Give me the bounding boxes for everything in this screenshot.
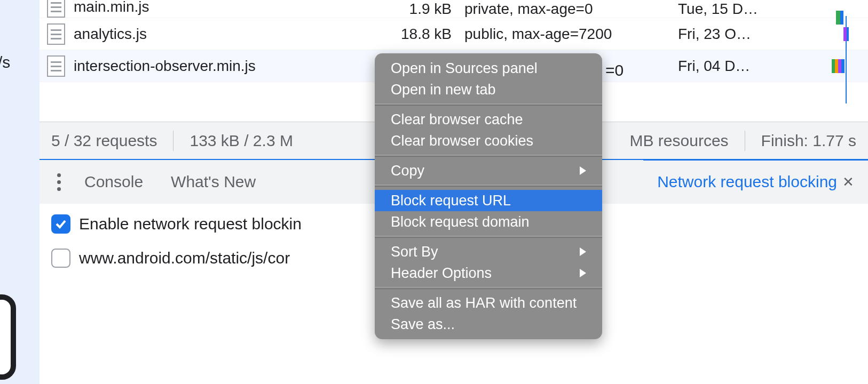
request-size: 18.8 kB [365, 26, 461, 43]
close-icon[interactable]: ✕ [842, 174, 854, 190]
summary-finish: Finish: 1.77 s [761, 132, 856, 150]
waterfall-bar [836, 11, 843, 25]
left-gutter: /s [0, 0, 40, 384]
device-frame-fragment [0, 294, 16, 380]
context-menu: Open in Sources panel Open in new tab Cl… [375, 53, 602, 339]
tab-whats-new[interactable]: What's New [157, 160, 270, 204]
pattern-checkbox[interactable] [51, 249, 70, 268]
summary-requests: 5 / 32 requests [51, 132, 157, 150]
request-date: Tue, 15 D… [675, 1, 776, 18]
menu-copy[interactable]: Copy [375, 160, 602, 181]
menu-block-request-url[interactable]: Block request URL [375, 190, 602, 211]
request-cache: private, max-age=0 [461, 1, 675, 18]
menu-clear-browser-cache[interactable]: Clear browser cache [375, 109, 602, 130]
cut-text: /s [0, 53, 10, 71]
menu-save-as[interactable]: Save as... [375, 314, 602, 335]
request-name: main.min.js [74, 0, 149, 15]
tab-network-request-blocking[interactable]: Network request blocking ✕ [643, 160, 868, 204]
file-icon [47, 55, 65, 77]
pattern-label: www.android.com/static/js/cor [79, 249, 290, 267]
request-name: intersection-observer.min.js [74, 58, 256, 75]
table-row[interactable]: analytics.js 18.8 kB public, max-age=720… [40, 18, 868, 50]
waterfall-bar [832, 59, 845, 73]
file-icon [47, 23, 65, 45]
request-size: 1.9 kB [365, 1, 461, 18]
summary-resources: MB resources [630, 132, 729, 150]
request-name: analytics.js [74, 26, 147, 43]
menu-save-all-as-har[interactable]: Save all as HAR with content [375, 292, 602, 314]
waterfall-bar [843, 27, 849, 41]
menu-block-request-domain[interactable]: Block request domain [375, 211, 602, 233]
menu-open-in-sources[interactable]: Open in Sources panel [375, 58, 602, 79]
enable-blocking-checkbox[interactable] [51, 214, 70, 234]
menu-header-options[interactable]: Header Options [375, 262, 602, 284]
request-date: Fri, 23 O… [675, 26, 776, 43]
table-row[interactable]: main.min.js 1.9 kB private, max-age=0 Tu… [40, 0, 868, 18]
tab-label: Network request blocking [657, 173, 837, 191]
cache-fragment-behind-menu: =0 [605, 61, 624, 79]
request-cache: public, max-age=7200 [461, 26, 675, 43]
file-icon [47, 0, 65, 18]
request-date: Fri, 04 D… [675, 58, 776, 75]
menu-clear-browser-cookies[interactable]: Clear browser cookies [375, 130, 602, 151]
menu-open-in-new-tab[interactable]: Open in new tab [375, 79, 602, 100]
summary-transferred: 133 kB / 2.3 M [190, 132, 293, 150]
menu-sort-by[interactable]: Sort By [375, 241, 602, 262]
submenu-arrow-icon [580, 247, 586, 256]
more-tabs-icon[interactable] [47, 173, 70, 191]
submenu-arrow-icon [580, 269, 586, 277]
enable-blocking-label: Enable network request blockin [79, 215, 302, 233]
submenu-arrow-icon [580, 166, 586, 175]
tab-console[interactable]: Console [70, 160, 157, 204]
